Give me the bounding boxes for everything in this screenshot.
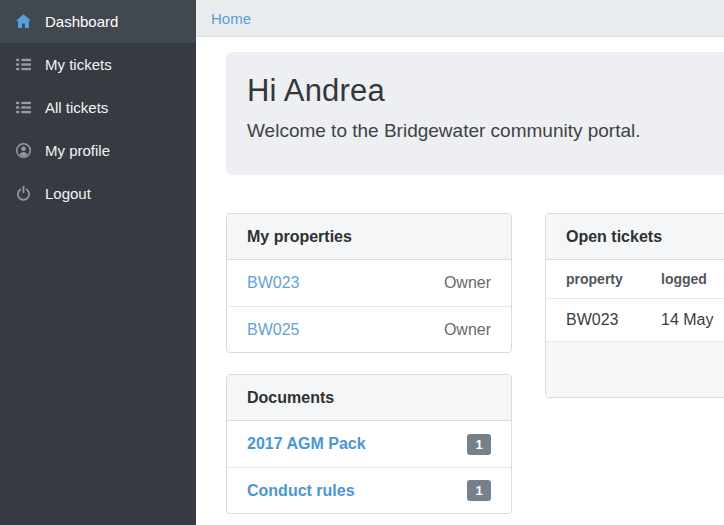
main-content: Home Hi Andrea Welcome to the Bridgewate… (196, 0, 724, 525)
user-icon (15, 142, 32, 159)
sidebar: Dashboard My tickets All tickets (0, 0, 196, 525)
open-tickets-title: Open tickets (546, 214, 724, 260)
power-icon (15, 185, 32, 202)
property-link-bw023[interactable]: BW023 (247, 274, 299, 292)
sidebar-item-label: Logout (45, 185, 91, 202)
sidebar-item-all-tickets[interactable]: All tickets (0, 86, 196, 129)
property-row: BW025 Owner (227, 306, 511, 352)
sidebar-item-my-tickets[interactable]: My tickets (0, 43, 196, 86)
sidebar-item-label: Dashboard (45, 13, 118, 30)
list-icon (15, 56, 32, 73)
document-count-badge: 1 (467, 434, 491, 455)
left-column: My properties BW023 Owner BW025 Owner Do… (226, 213, 512, 514)
open-tickets-footer (546, 342, 724, 397)
home-icon (15, 13, 32, 30)
list-icon (15, 99, 32, 116)
page-title: Hi Andrea (247, 73, 724, 109)
welcome-message: Welcome to the Bridgewater community por… (247, 120, 724, 142)
open-tickets-table: property logged BW023 14 May (546, 260, 724, 342)
sidebar-item-label: My profile (45, 142, 110, 159)
property-row: BW023 Owner (227, 260, 511, 306)
breadcrumb: Home (196, 0, 724, 37)
property-role: Owner (444, 321, 491, 339)
sidebar-item-dashboard[interactable]: Dashboard (0, 0, 196, 43)
table-row: BW023 14 May (546, 299, 724, 342)
table-header-row: property logged (546, 260, 724, 299)
document-link-agm-pack[interactable]: 2017 AGM Pack (247, 435, 366, 453)
welcome-jumbotron: Hi Andrea Welcome to the Bridgewater com… (226, 52, 724, 175)
my-properties-panel: My properties BW023 Owner BW025 Owner (226, 213, 512, 353)
document-row: Conduct rules 1 (227, 467, 511, 513)
document-row: 2017 AGM Pack 1 (227, 421, 511, 467)
page-body: Hi Andrea Welcome to the Bridgewater com… (196, 37, 724, 514)
my-properties-title: My properties (227, 214, 511, 260)
property-role: Owner (444, 274, 491, 292)
ticket-logged-cell: 14 May (641, 299, 724, 342)
sidebar-item-logout[interactable]: Logout (0, 172, 196, 215)
column-header-property: property (546, 260, 641, 299)
sidebar-item-label: My tickets (45, 56, 112, 73)
sidebar-item-my-profile[interactable]: My profile (0, 129, 196, 172)
app-window: Dashboard My tickets All tickets (0, 0, 724, 525)
sidebar-item-label: All tickets (45, 99, 108, 116)
open-tickets-panel: Open tickets property logged BW023 (545, 213, 724, 398)
document-link-conduct-rules[interactable]: Conduct rules (247, 482, 355, 500)
property-link-bw025[interactable]: BW025 (247, 321, 299, 339)
documents-title: Documents (227, 375, 511, 421)
panels-row: My properties BW023 Owner BW025 Owner Do… (226, 213, 724, 514)
documents-panel: Documents 2017 AGM Pack 1 Conduct rules … (226, 374, 512, 514)
ticket-property-cell: BW023 (546, 299, 641, 342)
breadcrumb-home-link[interactable]: Home (211, 10, 251, 27)
column-header-logged: logged (641, 260, 724, 299)
document-count-badge: 1 (467, 480, 491, 501)
right-column: Open tickets property logged BW023 (545, 213, 724, 398)
